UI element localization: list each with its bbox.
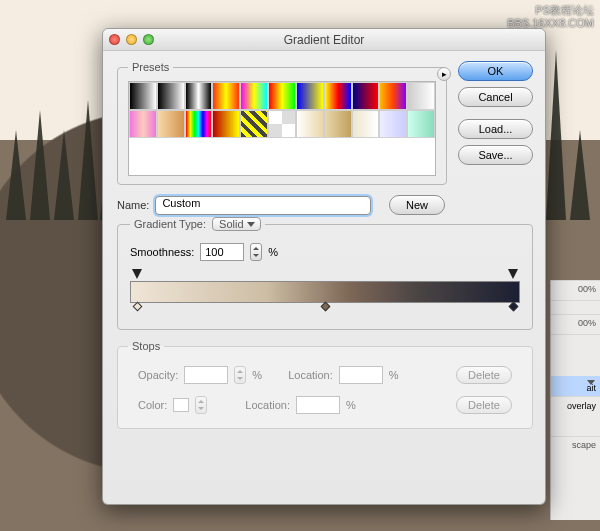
presets-fieldset: Presets	[117, 61, 447, 185]
opacity-unit: %	[252, 369, 262, 381]
opacity-stop-right[interactable]	[508, 269, 518, 279]
new-button[interactable]: New	[389, 195, 445, 215]
layers-panel-peek: 00% 00% ait overlay scape	[550, 280, 600, 520]
preset-swatch[interactable]	[157, 110, 185, 138]
preset-swatch[interactable]	[185, 82, 213, 110]
opacity-location-label: Location:	[288, 369, 333, 381]
presets-label: Presets	[128, 61, 173, 73]
preset-swatch[interactable]	[296, 82, 324, 110]
opacity-stepper[interactable]	[234, 366, 246, 384]
color-delete-button[interactable]: Delete	[456, 396, 512, 414]
opacity-location-unit: %	[389, 369, 399, 381]
preset-swatch[interactable]	[352, 82, 380, 110]
preset-swatch[interactable]	[185, 110, 213, 138]
preset-swatch[interactable]	[268, 82, 296, 110]
preset-swatch[interactable]	[407, 110, 435, 138]
color-location-unit: %	[346, 399, 356, 411]
gradient-preview-area	[130, 269, 520, 315]
color-stop-2[interactable]	[320, 303, 330, 313]
gradient-type-fieldset: Gradient Type: Solid Smoothness: 100 %	[117, 215, 533, 330]
name-input[interactable]: Custom	[155, 196, 371, 215]
color-stepper[interactable]	[195, 396, 207, 414]
color-location-input[interactable]	[296, 396, 340, 414]
opacity-stop-left[interactable]	[132, 269, 142, 279]
gradient-type-select[interactable]: Solid	[212, 217, 260, 231]
color-stop-3[interactable]	[508, 303, 518, 313]
opacity-readout: 00%	[551, 280, 600, 300]
preset-swatch[interactable]	[324, 110, 352, 138]
gradient-bar[interactable]	[130, 281, 520, 303]
preset-swatch[interactable]	[240, 110, 268, 138]
preset-swatch[interactable]	[352, 110, 380, 138]
color-stops-row[interactable]	[130, 303, 520, 315]
smoothness-label: Smoothness:	[130, 246, 194, 258]
color-label: Color:	[138, 399, 167, 411]
name-row: Name: Custom New	[117, 195, 445, 215]
smoothness-row: Smoothness: 100 %	[130, 243, 520, 261]
gradient-editor-dialog: Gradient Editor OK Cancel Load... Save..…	[102, 28, 546, 505]
load-button[interactable]: Load...	[458, 119, 533, 139]
preset-swatch[interactable]	[212, 82, 240, 110]
cancel-button[interactable]: Cancel	[458, 87, 533, 107]
watermark-line1: PS教程论坛	[507, 4, 594, 17]
preset-swatch[interactable]	[240, 82, 268, 110]
opacity-stop-row: Opacity: % Location: % Delete	[128, 360, 522, 390]
layer-row[interactable]: scape	[551, 436, 600, 456]
color-stop-1[interactable]	[132, 303, 142, 313]
color-location-label: Location:	[245, 399, 290, 411]
smoothness-input[interactable]: 100	[200, 243, 244, 261]
opacity-location-input[interactable]	[339, 366, 383, 384]
smoothness-stepper[interactable]	[250, 243, 262, 261]
opacity-input[interactable]	[184, 366, 228, 384]
fill-readout: 00%	[551, 314, 600, 334]
gradient-type-legend: Gradient Type: Solid	[130, 215, 265, 233]
color-swatch[interactable]	[173, 398, 189, 412]
dialog-buttons: OK Cancel Load... Save...	[458, 61, 533, 165]
preset-swatch[interactable]	[129, 82, 157, 110]
preset-swatch[interactable]	[268, 110, 296, 138]
opacity-delete-button[interactable]: Delete	[456, 366, 512, 384]
preset-swatch[interactable]	[129, 110, 157, 138]
color-stop-row: Color: Location: % Delete	[128, 390, 522, 420]
preset-swatch[interactable]	[407, 82, 435, 110]
name-label: Name:	[117, 199, 149, 211]
preset-swatch[interactable]	[379, 110, 407, 138]
titlebar[interactable]: Gradient Editor	[103, 29, 545, 51]
ok-button[interactable]: OK	[458, 61, 533, 81]
preset-swatch[interactable]	[296, 110, 324, 138]
stops-fieldset: Stops Opacity: % Location: % Delete Colo…	[117, 340, 533, 429]
presets-grid[interactable]	[128, 81, 436, 176]
preset-swatch[interactable]	[379, 82, 407, 110]
watermark: PS教程论坛 BBS.16XX8.COM	[507, 4, 594, 30]
layer-row-selected[interactable]: ait overlay	[551, 376, 600, 396]
preset-swatch[interactable]	[157, 82, 185, 110]
presets-flyout-icon[interactable]: ▸	[437, 67, 451, 81]
smoothness-unit: %	[268, 246, 278, 258]
stops-label: Stops	[128, 340, 164, 352]
opacity-label: Opacity:	[138, 369, 178, 381]
preset-swatch[interactable]	[212, 110, 240, 138]
save-button[interactable]: Save...	[458, 145, 533, 165]
opacity-stops-row[interactable]	[130, 269, 520, 281]
window-title: Gradient Editor	[103, 33, 545, 47]
preset-swatch[interactable]	[324, 82, 352, 110]
